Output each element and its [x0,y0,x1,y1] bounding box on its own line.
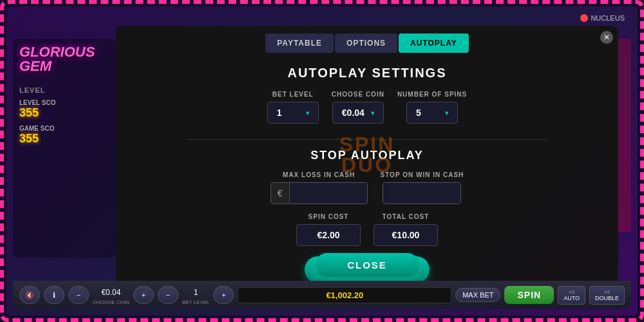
mute-icon: 🔇 [25,291,34,299]
balance-display: €1,002.20 [238,287,451,303]
spins-label: NUMBER OF SPINS [397,91,467,98]
chevron-down-icon-2: ▾ [371,109,374,117]
double-button[interactable]: ×2 DOUBLE [589,286,625,305]
cost-row: SPIN COST €2.00 TOTAL COST €10.00 [296,213,438,246]
cash-row: MAX LOSS IN CASH € STOP ON WIN IN CASH [270,171,464,204]
max-loss-group: MAX LOSS IN CASH € [270,171,368,204]
plus-coin-button[interactable]: + [133,286,154,304]
tab-paytable[interactable]: PAYTABLE [265,33,334,53]
close-modal-x-button[interactable]: ✕ [600,31,613,44]
max-bet-button[interactable]: MAX BET [455,288,500,302]
max-loss-input[interactable] [290,183,367,204]
left-panel: GLORIOUS GEM LEVEL LEVEL SCO 355 GAME SC… [13,39,116,258]
max-loss-label: MAX LOSS IN CASH [283,171,355,178]
game-score-row: GAME SCO 355 [19,125,109,146]
autoplay-modal: ✕ PAYTABLE OPTIONS AUTOPLAY AUTOPLAY SET… [116,26,618,283]
coin-sub-label: CHOOSE COIN [93,299,129,305]
divider [187,139,547,140]
total-cost-label: TOTAL COST [383,213,430,220]
choose-coin-group: CHOOSE COIN €0.04 ▾ [332,91,384,124]
game-logo: GLORIOUS GEM [19,45,109,73]
minus-coin-button[interactable]: − [68,286,89,304]
choose-coin-label: CHOOSE COIN [332,91,384,98]
stop-on-win-group: STOP ON WIN IN CASH [381,171,464,204]
chevron-down-icon: ▾ [306,109,309,117]
level-score-row: LEVEL SCO 355 [19,99,109,120]
plus-bet-button[interactable]: + [213,286,234,304]
minus-bet-button[interactable]: − [158,286,178,304]
autoplay-title: AUTOPLAY SETTINGS [287,66,446,80]
game-score-value: 355 [19,132,109,146]
max-bet-label: MAX BET [462,291,493,299]
info-button[interactable]: ℹ [44,286,64,304]
spins-value: 5 [416,108,421,118]
plus-bet-icon: + [222,291,225,299]
stop-on-win-input-wrapper [383,182,461,204]
settings-row: BET LEVEL 1 ▾ CHOOSE COIN €0.04 ▾ NUMBER… [267,91,467,124]
bet-level-label: BET LEVEL [272,91,314,98]
tab-autoplay[interactable]: AUTOPLAY [399,33,469,53]
spin-cost-label: SPIN COST [308,213,349,220]
close-button[interactable]: CLOSE [315,253,419,277]
total-cost-box: TOTAL COST €10.00 [374,213,438,246]
level-score-value: 355 [19,106,109,120]
spins-group: NUMBER OF SPINS 5 ▾ [397,91,467,124]
double-label: DOUBLE [595,295,619,301]
auto-button[interactable]: ×2 AUTO [558,286,585,305]
bet-value-display: 1 [187,285,205,299]
spin-cost-value: €2.00 [296,224,361,246]
total-cost-value: €10.00 [374,224,438,246]
choose-coin-select[interactable]: €0.04 ▾ [332,102,384,124]
auto-label: AUTO [564,295,580,301]
spins-select[interactable]: 5 ▾ [406,102,458,124]
bet-level-select[interactable]: 1 ▾ [267,102,319,124]
info-icon: ℹ [53,291,55,299]
stop-on-win-label: STOP ON WIN IN CASH [381,171,464,178]
game-score-title: GAME SCO [19,125,109,132]
stop-title: STOP AUTOPLAY [310,149,424,162]
tab-bar: PAYTABLE OPTIONS AUTOPLAY [265,26,469,53]
nucleus-text: NUCLEUS [591,14,625,22]
bet-level-group: BET LEVEL 1 ▾ [267,91,319,124]
mute-button[interactable]: 🔇 [19,286,40,304]
level-score-title: LEVEL SCO [19,99,109,106]
spin-cost-box: SPIN COST €2.00 [296,213,361,246]
bet-sub-label: BET LEVEL [182,299,210,305]
minus-coin-icon: − [77,291,80,299]
nucleus-logo: NUCLEUS [580,14,625,22]
game-background: NUCLEUS GLORIOUS GEM LEVEL LEVEL SCO 355… [6,6,638,316]
coin-value-display: €0.04 [95,285,127,299]
tab-options[interactable]: OPTIONS [335,33,397,53]
chevron-down-icon-3: ▾ [445,109,448,117]
nucleus-dot [580,14,588,22]
level-label: LEVEL [19,86,109,94]
max-loss-input-wrapper: € [270,182,368,204]
plus-coin-icon: + [142,291,146,299]
spin-button[interactable]: SPIN [504,286,554,304]
max-loss-prefix: € [271,183,290,204]
stop-on-win-input[interactable] [383,183,460,204]
bottom-bar: 🔇 ℹ − €0.04 CHOOSE COIN + − 1 BET LEVEL … [13,281,631,309]
choose-coin-value: €0.04 [342,108,365,118]
bet-level-value: 1 [277,108,282,118]
minus-bet-icon: − [166,291,170,299]
